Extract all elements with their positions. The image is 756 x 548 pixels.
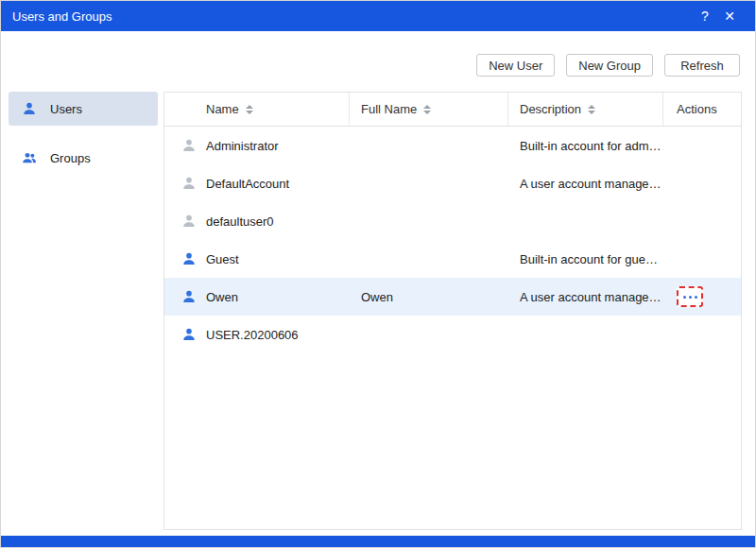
user-description: A user account managed... bbox=[508, 290, 663, 304]
column-header-description[interactable]: Description bbox=[508, 93, 663, 126]
column-header-label: Description bbox=[520, 102, 581, 116]
sidebar-item-label: Groups bbox=[50, 151, 91, 165]
table-row-guest[interactable]: Guest Built-in account for guest... bbox=[164, 240, 741, 278]
user-description: Built-in account for guest... bbox=[508, 252, 663, 266]
user-name: Guest bbox=[206, 252, 239, 266]
table-row-administrator[interactable]: Administrator Built-in account for admin… bbox=[164, 127, 741, 164]
help-icon[interactable]: ? bbox=[693, 4, 717, 28]
sidebar-item-groups[interactable]: Groups bbox=[9, 141, 158, 175]
user-name: DefaultAccount bbox=[206, 177, 289, 191]
user-description: A user account managed... bbox=[508, 177, 663, 191]
users-table: Name Full Name Description Actions bbox=[163, 92, 742, 530]
table-row-user20200606[interactable]: USER.20200606 bbox=[164, 316, 741, 353]
column-header-full-name[interactable]: Full Name bbox=[350, 93, 508, 126]
new-group-button[interactable]: New Group bbox=[566, 54, 653, 77]
sidebar-item-users[interactable]: Users bbox=[9, 92, 158, 126]
user-actions bbox=[663, 286, 741, 307]
user-full-name: Owen bbox=[350, 290, 508, 304]
window-title: Users and Groups bbox=[12, 9, 112, 24]
bottom-bar bbox=[1, 536, 755, 547]
table-row-defaultaccount[interactable]: DefaultAccount A user account managed... bbox=[164, 164, 741, 202]
user-icon bbox=[181, 327, 197, 342]
user-icon bbox=[181, 176, 197, 191]
sidebar: Users Groups bbox=[9, 92, 158, 190]
sort-arrows-icon bbox=[588, 105, 595, 114]
users-group-icon bbox=[22, 150, 37, 165]
ellipsis-menu-icon[interactable] bbox=[677, 286, 703, 307]
user-icon bbox=[22, 101, 37, 116]
toolbar: New User New Group Refresh bbox=[476, 54, 740, 77]
refresh-button[interactable]: Refresh bbox=[664, 54, 740, 77]
user-name: defaultuser0 bbox=[206, 214, 274, 229]
table-body: Administrator Built-in account for admin… bbox=[164, 127, 741, 353]
user-name: Administrator bbox=[206, 139, 279, 153]
table-row-owen[interactable]: Owen Owen A user account managed... bbox=[164, 278, 741, 316]
sort-arrows-icon bbox=[423, 105, 431, 114]
user-icon bbox=[181, 251, 197, 266]
table-row-defaultuser0[interactable]: defaultuser0 bbox=[164, 202, 741, 240]
user-icon bbox=[181, 214, 197, 229]
users-and-groups-window: Users and Groups ? ✕ New User New Group … bbox=[0, 0, 756, 548]
new-user-button[interactable]: New User bbox=[476, 54, 555, 77]
user-icon bbox=[181, 138, 197, 153]
user-icon bbox=[181, 289, 197, 304]
column-header-name[interactable]: Name bbox=[164, 93, 350, 126]
close-icon[interactable]: ✕ bbox=[717, 4, 742, 28]
column-header-label: Actions bbox=[677, 102, 717, 116]
user-description: Built-in account for admin... bbox=[508, 139, 663, 153]
table-header-row: Name Full Name Description Actions bbox=[164, 93, 741, 127]
title-bar: Users and Groups ? ✕ bbox=[1, 1, 755, 31]
user-name: USER.20200606 bbox=[206, 328, 299, 342]
user-name: Owen bbox=[206, 290, 238, 304]
column-header-actions: Actions bbox=[663, 93, 741, 126]
sort-arrows-icon bbox=[246, 105, 253, 114]
column-header-label: Full Name bbox=[361, 102, 417, 116]
sidebar-item-label: Users bbox=[50, 102, 82, 116]
column-header-label: Name bbox=[206, 102, 239, 116]
